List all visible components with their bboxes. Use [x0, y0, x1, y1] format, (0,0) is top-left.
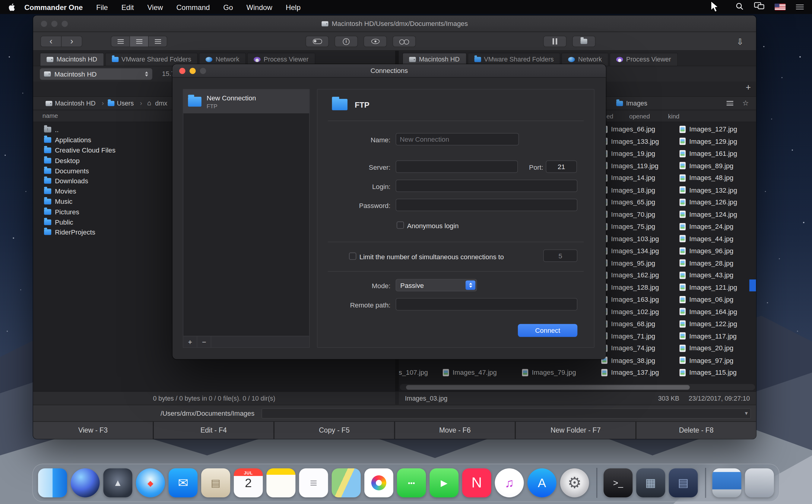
file-item[interactable]: Images_68.jpg — [601, 318, 679, 330]
apple-menu-icon[interactable] — [8, 3, 15, 11]
title-bar[interactable]: Macintosh HD/Users/dmx/Documents/Images — [33, 16, 756, 32]
file-item[interactable]: Images_14.jpg — [601, 172, 679, 184]
trash-icon[interactable] — [745, 468, 774, 497]
favorites-star-icon[interactable]: ☆ — [742, 99, 749, 107]
file-item-clipped[interactable]: s_107.jpg — [399, 367, 428, 379]
file-item[interactable]: Images_66.jpg — [601, 123, 679, 135]
file-item[interactable]: Images_28.jpg — [679, 257, 756, 269]
column-header-kind[interactable]: kind — [668, 113, 680, 120]
app-menu-title[interactable]: Commander One — [24, 3, 83, 11]
mail-icon[interactable]: ✉ — [169, 468, 197, 497]
messages-icon[interactable]: ••• — [397, 468, 426, 497]
file-item[interactable]: Images_164.jpg — [679, 306, 756, 318]
contacts-icon[interactable]: ▤ — [201, 468, 230, 497]
search-icon[interactable] — [735, 2, 744, 12]
file-item[interactable]: Images_47.jpg — [443, 367, 497, 379]
preview-app-icon[interactable]: ▦ — [636, 468, 665, 497]
reminders-icon[interactable]: ≡ — [299, 468, 328, 497]
anonymous-login-checkbox[interactable] — [396, 222, 404, 229]
file-item[interactable]: Images_117.jpg — [679, 330, 756, 342]
maps-icon[interactable] — [332, 468, 361, 497]
displays-icon[interactable] — [754, 2, 764, 12]
function-key-button[interactable]: Edit - F4 — [154, 422, 273, 439]
file-item[interactable]: Images_122.jpg — [679, 318, 756, 330]
zoom-button[interactable] — [62, 20, 68, 27]
notebook-app-icon[interactable]: ▤ — [669, 468, 698, 497]
menu-item[interactable]: Go — [223, 3, 233, 11]
forward-button[interactable]: › — [61, 36, 82, 47]
detail-view-button[interactable] — [129, 36, 149, 47]
scrollbar-thumb[interactable] — [406, 385, 690, 389]
file-item[interactable]: Images_124.jpg — [679, 208, 756, 220]
calendar-icon[interactable]: JUL 2 — [234, 468, 263, 497]
file-item[interactable]: Images_102.jpg — [601, 306, 679, 318]
file-item[interactable]: Images_119.jpg — [601, 160, 679, 172]
selected-file-partial[interactable] — [749, 279, 756, 291]
function-key-button[interactable]: Move - F6 — [395, 422, 515, 439]
add-tab-button[interactable]: + — [746, 83, 751, 92]
column-header-opened[interactable]: opened — [629, 113, 650, 120]
operations-queue-button[interactable]: ⇩ — [732, 35, 748, 48]
preview-button[interactable] — [363, 36, 387, 47]
add-connection-button[interactable]: + — [183, 336, 197, 347]
drive-selector[interactable]: Macintosh HD — [39, 68, 153, 80]
menu-item[interactable]: Help — [286, 3, 300, 11]
file-item[interactable]: Images_43.jpg — [679, 269, 756, 281]
dialog-close-button[interactable] — [179, 68, 185, 74]
finder-icon[interactable] — [38, 468, 67, 497]
view-options-icon[interactable] — [727, 101, 733, 106]
file-item[interactable]: Images_20.jpg — [679, 342, 756, 354]
news-icon[interactable]: N — [462, 468, 491, 497]
file-item[interactable]: Images_95.jpg — [601, 257, 679, 269]
file-item[interactable]: Images_103.jpg — [601, 233, 679, 245]
back-button[interactable]: ‹ — [40, 36, 62, 47]
horizontal-scrollbar[interactable] — [400, 384, 755, 390]
file-item[interactable]: Images_128.jpg — [601, 281, 679, 293]
keyboard-layout-flag-icon[interactable] — [775, 4, 785, 10]
file-item[interactable]: Images_162.jpg — [601, 269, 679, 281]
pane-tab[interactable]: Macintosh HD — [40, 53, 104, 66]
file-item[interactable]: Images_115.jpg — [679, 367, 756, 379]
safari-icon[interactable]: ◆ — [136, 468, 165, 497]
file-item[interactable]: Images_133.jpg — [601, 135, 679, 147]
limit-connections-checkbox[interactable] — [349, 253, 356, 260]
file-item[interactable]: Images_44.jpg — [679, 233, 756, 245]
file-item[interactable]: Images_71.jpg — [601, 330, 679, 342]
file-item[interactable]: Images_75.jpg — [601, 220, 679, 232]
file-item[interactable]: Images_129.jpg — [679, 135, 756, 147]
command-input[interactable]: ▾ — [262, 408, 751, 418]
file-item[interactable]: Images_48.jpg — [679, 172, 756, 184]
file-item[interactable]: Images_97.jpg — [679, 354, 756, 366]
itunes-icon[interactable]: ♫ — [495, 468, 524, 497]
dialog-minimize-button[interactable] — [189, 68, 196, 74]
file-item[interactable]: Images_137.jpg — [601, 367, 679, 379]
function-key-button[interactable]: View - F3 — [33, 422, 153, 439]
remote-path-input[interactable] — [396, 298, 578, 310]
file-item[interactable]: Images_24.jpg — [679, 220, 756, 232]
file-item[interactable]: Images_161.jpg — [679, 147, 756, 159]
menu-item[interactable]: Edit — [121, 3, 134, 11]
file-item[interactable]: Images_19.jpg — [601, 147, 679, 159]
mode-select[interactable]: Passive — [396, 279, 477, 291]
name-input[interactable] — [396, 133, 519, 145]
login-input[interactable] — [396, 180, 578, 192]
menu-item[interactable]: Command — [176, 3, 210, 11]
function-key-button[interactable]: Copy - F5 — [274, 422, 394, 439]
file-item[interactable]: Images_126.jpg — [679, 196, 756, 208]
file-item[interactable]: Images_127.jpg — [679, 123, 756, 135]
function-key-button[interactable]: New Folder - F7 — [516, 422, 636, 439]
display-app-icon[interactable] — [713, 468, 741, 497]
pane-tab[interactable]: Macintosh HD — [402, 53, 466, 66]
file-item[interactable]: Images_38.jpg — [601, 354, 679, 366]
pane-tab[interactable]: Network — [562, 53, 609, 66]
minimize-button[interactable] — [51, 20, 58, 27]
chevron-down-icon[interactable]: ▾ — [745, 410, 748, 416]
connect-button[interactable]: Connect — [518, 324, 577, 337]
system-preferences-icon[interactable]: ⚙ — [560, 468, 589, 497]
file-item[interactable]: Images_96.jpg — [679, 245, 756, 257]
password-input[interactable] — [396, 199, 578, 211]
toggle-hidden-files-button[interactable] — [305, 36, 329, 47]
file-item[interactable]: Images_70.jpg — [601, 208, 679, 220]
file-item[interactable]: Images_79.jpg — [522, 367, 576, 379]
pane-tab[interactable]: VMware Shared Folders — [467, 53, 561, 66]
